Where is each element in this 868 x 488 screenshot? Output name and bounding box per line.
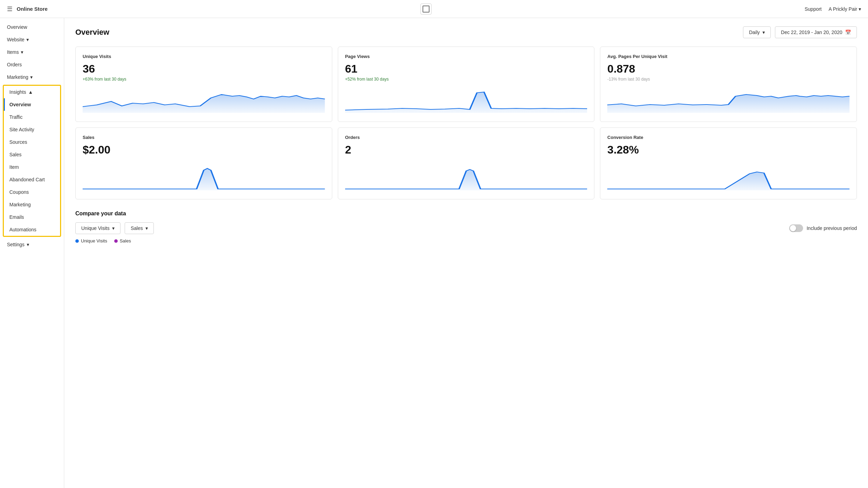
sidebar-item-orders[interactable]: Orders — [0, 58, 64, 71]
sidebar-label-traffic: Traffic — [9, 114, 23, 120]
date-range-button[interactable]: Dec 22, 2019 - Jan 20, 2020 📅 — [775, 26, 857, 38]
sidebar-item-site-activity[interactable]: Site Activity — [4, 123, 60, 136]
card-orders: Orders 2 — [338, 127, 595, 199]
sidebar-item-overview[interactable]: Overview — [0, 21, 64, 33]
card-sales-label: Sales — [83, 135, 325, 140]
sidebar-label-insights: Insights — [9, 89, 26, 95]
sidebar-item-sources[interactable]: Sources — [4, 136, 60, 148]
compare-dropdowns: Unique Visits ▾ Sales ▾ — [75, 222, 154, 234]
legend-label-unique-visits: Unique Visits — [81, 238, 107, 243]
compare-dd1-caret-icon: ▾ — [112, 225, 115, 231]
sidebar-item-automations[interactable]: Automations — [4, 223, 60, 236]
hamburger-icon[interactable]: ☰ — [7, 5, 12, 13]
compare-dropdown-1[interactable]: Unique Visits ▾ — [75, 222, 120, 234]
card-conversion-rate-value: 3.28% — [607, 143, 850, 156]
card-orders-change-spacer — [345, 158, 587, 163]
sidebar-item-traffic[interactable]: Traffic — [4, 111, 60, 123]
sidebar-item-insights[interactable]: Insights ▲ — [4, 86, 60, 98]
sidebar-label-automations: Automations — [9, 227, 36, 232]
daily-label: Daily — [749, 30, 760, 35]
sidebar-item-item[interactable]: Item — [4, 161, 60, 173]
card-conversion-spacer — [607, 158, 850, 163]
page-title: Overview — [75, 28, 109, 37]
sidebar-label-insights-overview: Overview — [9, 102, 31, 107]
sidebar-label-items: Items — [7, 49, 19, 55]
sidebar-label-coupons: Coupons — [9, 189, 29, 195]
sidebar-label-abandoned-cart: Abandoned Cart — [9, 177, 45, 182]
square-logo — [420, 3, 432, 15]
card-unique-visits-value: 36 — [83, 63, 325, 75]
square-logo-inner — [423, 6, 429, 13]
daily-caret-icon: ▾ — [762, 30, 765, 35]
card-sales: Sales $2.00 — [75, 127, 332, 199]
layout: Overview Website ▾ Items ▾ Orders Market… — [0, 18, 868, 488]
include-previous-toggle[interactable] — [789, 224, 803, 232]
sidebar-label-emails: Emails — [9, 214, 24, 220]
compare-section: Compare your data Unique Visits ▾ Sales … — [75, 210, 857, 243]
sidebar-label-sales: Sales — [9, 152, 22, 157]
card-conversion-rate: Conversion Rate 3.28% — [600, 127, 857, 199]
sidebar-item-coupons[interactable]: Coupons — [4, 186, 60, 198]
sidebar-label-settings: Settings — [7, 242, 25, 247]
app-title: Online Store — [17, 6, 48, 12]
card-orders-label: Orders — [345, 135, 587, 140]
legend-item-sales: Sales — [114, 238, 131, 243]
sidebar-item-settings[interactable]: Settings ▾ — [0, 238, 64, 251]
compare-dropdown-2[interactable]: Sales ▾ — [125, 222, 154, 234]
sidebar-item-sales[interactable]: Sales — [4, 148, 60, 161]
sidebar-item-website[interactable]: Website ▾ — [0, 33, 64, 46]
legend-item-unique-visits: Unique Visits — [75, 238, 107, 243]
date-range-label: Dec 22, 2019 - Jan 20, 2020 — [781, 30, 842, 35]
card-unique-visits-label: Unique Visits — [83, 54, 325, 59]
sidebar: Overview Website ▾ Items ▾ Orders Market… — [0, 18, 64, 488]
daily-dropdown[interactable]: Daily ▾ — [743, 26, 771, 38]
card-avg-pages-value: 0.878 — [607, 63, 850, 75]
metric-cards-grid: Unique Visits 36 +63% from last 30 days — [75, 47, 857, 199]
card-sales-change-spacer — [83, 158, 325, 163]
settings-caret-icon: ▾ — [27, 242, 29, 247]
overview-header: Overview Daily ▾ Dec 22, 2019 - Jan 20, … — [75, 26, 857, 38]
store-name-label: A Prickly Pair — [829, 6, 857, 12]
sidebar-item-marketing[interactable]: Marketing ▾ — [0, 71, 64, 83]
calendar-icon: 📅 — [845, 30, 851, 35]
store-name-button[interactable]: A Prickly Pair ▾ — [829, 6, 861, 12]
toggle-label: Include previous period — [807, 225, 857, 231]
compare-dropdown-2-label: Sales — [131, 225, 143, 231]
card-unique-visits: Unique Visits 36 +63% from last 30 days — [75, 47, 332, 122]
sidebar-item-abandoned-cart[interactable]: Abandoned Cart — [4, 173, 60, 186]
sidebar-label-item: Item — [9, 164, 19, 170]
website-caret-icon: ▾ — [26, 37, 29, 42]
card-page-views-value: 61 — [345, 63, 587, 75]
card-avg-pages-chart — [607, 86, 850, 114]
card-sales-value: $2.00 — [83, 143, 325, 156]
sidebar-label-orders: Orders — [7, 62, 22, 67]
sidebar-item-items[interactable]: Items ▾ — [0, 46, 64, 58]
sidebar-label-site-activity: Site Activity — [9, 127, 34, 132]
toggle-knob — [790, 225, 796, 231]
marketing-caret-icon: ▾ — [30, 74, 33, 80]
legend-dot-unique-visits — [75, 239, 79, 243]
card-sales-chart — [83, 163, 325, 191]
card-avg-pages: Avg. Pages Per Unique Visit 0.878 -13% f… — [600, 47, 857, 122]
sidebar-item-marketing-sub[interactable]: Marketing — [4, 198, 60, 211]
sidebar-label-marketing: Marketing — [7, 74, 28, 80]
card-page-views-chart — [345, 86, 587, 114]
items-caret-icon: ▾ — [21, 49, 23, 55]
store-caret-icon: ▾ — [859, 6, 861, 12]
compare-dd2-caret-icon: ▾ — [145, 225, 148, 231]
support-link[interactable]: Support — [804, 6, 821, 12]
sidebar-item-insights-overview[interactable]: Overview — [4, 98, 60, 111]
compare-toggle: Include previous period — [789, 224, 857, 232]
legend-label-sales: Sales — [120, 238, 131, 243]
chart-legend: Unique Visits Sales — [75, 238, 857, 243]
topnav-right: Support A Prickly Pair ▾ — [804, 6, 861, 12]
card-avg-pages-change: -13% from last 30 days — [607, 77, 850, 82]
card-page-views-change: +52% from last 30 days — [345, 77, 587, 82]
sidebar-label-overview: Overview — [7, 24, 27, 30]
card-conversion-rate-chart — [607, 163, 850, 191]
sidebar-label-sources: Sources — [9, 139, 27, 145]
insights-caret-icon: ▲ — [28, 89, 33, 95]
sidebar-item-emails[interactable]: Emails — [4, 211, 60, 223]
card-avg-pages-label: Avg. Pages Per Unique Visit — [607, 54, 850, 59]
card-conversion-rate-label: Conversion Rate — [607, 135, 850, 140]
